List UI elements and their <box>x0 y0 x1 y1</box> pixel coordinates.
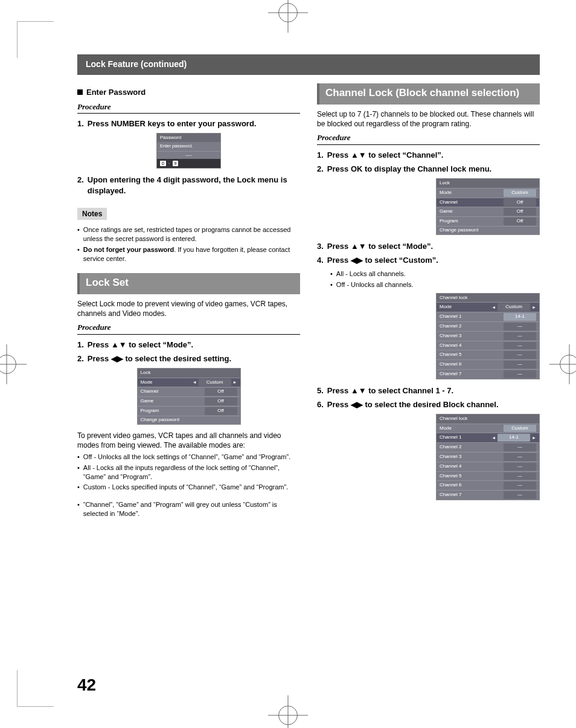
osd-row: ModeCustom <box>437 188 539 198</box>
osd-label: Mode <box>440 190 504 196</box>
left-column: Enter Password Procedure 1. Press NUMBER… <box>77 83 300 520</box>
registration-mark-icon <box>278 706 298 725</box>
osd-channel-lock-panel: Channel lockMode◄Custom►Channel 114-1Cha… <box>436 293 540 379</box>
osd-value: Off <box>205 388 237 396</box>
step-text: Press ◀▶ to select “Custom”. <box>327 255 540 266</box>
osd-label: Channel 1 <box>440 314 504 320</box>
heading-text: Enter Password <box>86 88 146 97</box>
osd-value: --- <box>504 342 536 350</box>
osd-label: Change password <box>440 227 536 234</box>
osd-password-panel: Password Enter password. ---- 0 - 9 <box>156 133 221 169</box>
crop-mark <box>17 21 54 58</box>
step-text: Press NUMBER keys to enter your password… <box>88 118 300 129</box>
osd-value: Custom <box>199 379 231 387</box>
osd-value: Off <box>205 398 237 405</box>
step: 2. Press ◀▶ to select the desired settin… <box>77 353 300 364</box>
osd-value: Custom <box>504 425 536 433</box>
step: 1.Press ▲▼ to select “Channel”. <box>317 150 540 161</box>
osd-value: --- <box>504 332 536 340</box>
osd-value: Off <box>504 199 536 207</box>
bullet-icon: • <box>77 483 80 492</box>
mode-text: Custom - Locks specified inputs of “Chan… <box>83 483 288 492</box>
procedure-label: Procedure <box>317 132 540 145</box>
osd-row: ProgramOff <box>437 216 539 226</box>
step-number: 1. <box>77 118 84 129</box>
osd-value: Custom <box>498 303 530 311</box>
mode-text: Off - Unlocks all the lock settings of “… <box>83 453 290 462</box>
enter-password-heading: Enter Password <box>77 87 300 98</box>
note-item: • Do not forget your password. If you ha… <box>77 245 300 263</box>
osd-row: Channel 2--- <box>437 321 539 331</box>
sub-item: •Off - Unlocks all channels. <box>330 280 540 289</box>
bullet-icon: • <box>77 245 80 263</box>
osd-row: Channel 7--- <box>437 369 539 379</box>
osd-value: Off <box>504 217 536 225</box>
osd-hint: Enter password. <box>157 142 220 150</box>
osd-row: Channel 6--- <box>437 359 539 369</box>
osd-label: Change password <box>141 417 237 424</box>
step-text: Press ▲▼ to select “Channel”. <box>327 150 540 161</box>
bullet-icon: • <box>330 269 333 279</box>
osd-value: --- <box>504 361 536 369</box>
osd-label: Channel 5 <box>440 473 504 480</box>
step: 5.Press ▲▼ to select Channel 1 - 7. <box>317 385 540 396</box>
mode-item: •Off - Unlocks all the lock settings of … <box>77 453 300 462</box>
square-bullet-icon <box>77 89 83 95</box>
osd-label: Channel 5 <box>440 352 504 358</box>
osd-label: Mode <box>440 304 491 311</box>
bullet-icon: • <box>77 463 80 482</box>
osd-label: Channel <box>440 199 504 206</box>
body-text: Select Lock mode to prevent viewing of v… <box>77 299 300 318</box>
left-arrow-icon: ◄ <box>193 379 197 385</box>
osd-label: Channel 2 <box>440 444 504 451</box>
osd-label: Mode <box>141 379 193 386</box>
osd-label: Channel 2 <box>440 323 504 330</box>
note-text: Once ratings are set, restricted tapes o… <box>83 225 300 243</box>
osd-row: GameOff <box>437 207 539 216</box>
osd-label: Mode <box>440 425 504 432</box>
note-item: •“Channel”, ”Game” and “Program” will gr… <box>77 500 300 518</box>
osd-title: Lock <box>437 179 539 188</box>
step: 6.Press ◀▶ to select the desired Block c… <box>317 399 540 410</box>
osd-row: Change password <box>437 226 539 234</box>
osd-value-row: ---- <box>157 151 220 159</box>
osd-label: Game <box>141 398 205 405</box>
step-number: 2. <box>77 353 84 364</box>
step-text: Press OK to display the Channel lock men… <box>327 164 540 175</box>
mode-text: All - Locks all the inputs regardless of… <box>83 463 300 482</box>
procedure-label: Procedure <box>77 322 300 335</box>
osd-title: Lock <box>138 369 240 378</box>
step-text: Press ▲▼ to select “Mode”. <box>88 340 300 350</box>
osd-value: Off <box>205 407 237 415</box>
osd-row: Mode◄Custom► <box>138 378 240 387</box>
osd-lock-panel: LockModeCustomChannelOffGameOffProgramOf… <box>436 178 540 235</box>
osd-row: Channel 114-1 <box>437 312 539 321</box>
osd-row: Channel 3--- <box>437 331 539 341</box>
step-text: Press ▲▼ to select “Mode”. <box>327 241 540 252</box>
step-number: 6. <box>317 399 324 410</box>
osd-row: ChannelOff <box>138 387 240 396</box>
osd-row: Channel 1◄14-1► <box>437 433 539 442</box>
osd-value: --- <box>504 453 536 461</box>
page: Lock Feature (continued) Enter Password … <box>0 0 576 728</box>
step: 1. Press ▲▼ to select “Mode”. <box>77 340 300 350</box>
osd-row: Mode◄Custom► <box>437 302 539 312</box>
osd-value: --- <box>504 443 536 451</box>
osd-row: Channel 2--- <box>437 442 539 452</box>
osd-title: Channel lock <box>437 414 539 424</box>
bullet-icon: • <box>77 453 80 462</box>
bullet-icon: • <box>330 280 333 289</box>
step: 3.Press ▲▼ to select “Mode”. <box>317 241 540 252</box>
mode-item: •Custom - Locks specified inputs of “Cha… <box>77 483 300 492</box>
osd-row: Channel 5--- <box>437 350 539 359</box>
osd-row: Change password <box>138 416 240 424</box>
key-9-icon: 9 <box>173 161 179 166</box>
body-text: Select up to 7 (1-7) channels to be bloc… <box>317 109 540 129</box>
procedure-label: Procedure <box>77 101 300 114</box>
osd-value: Custom <box>504 189 536 197</box>
osd-value: --- <box>504 370 536 378</box>
key-0-icon: 0 <box>160 161 166 166</box>
right-arrow-icon: ► <box>233 379 237 385</box>
osd-label: Channel 1 <box>440 434 491 441</box>
bullet-icon: • <box>77 225 80 243</box>
